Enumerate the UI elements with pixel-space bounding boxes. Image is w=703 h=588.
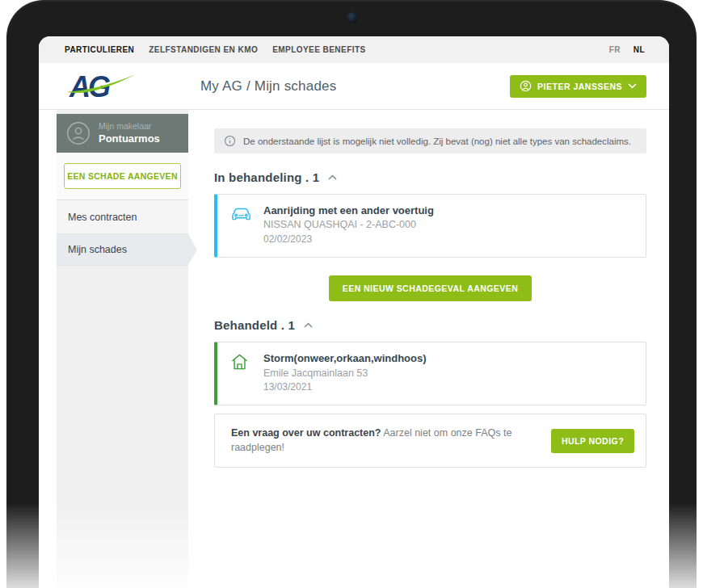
user-menu-button[interactable]: PIETER JANSSENS	[510, 75, 646, 98]
claim-date: 02/02/2023	[263, 233, 434, 246]
car-icon	[230, 204, 253, 246]
nav-item-particulieren[interactable]: PARTICULIEREN	[65, 45, 134, 54]
left-gutter	[39, 110, 57, 588]
report-claim-button[interactable]: EEN SCHADE AANGEVEN	[64, 163, 181, 189]
house-icon	[230, 351, 253, 394]
info-icon	[224, 135, 236, 147]
language-switch: FR NL	[609, 45, 645, 54]
report-button-wrap: EEN SCHADE AANGEVEN	[57, 153, 188, 200]
faq-question-bold: Een vraag over uw contracten?	[231, 427, 381, 439]
help-button[interactable]: HULP NODIG?	[551, 429, 634, 453]
claim-subtitle: Emile Jacqmainlaan 53	[263, 367, 427, 381]
segment-nav: PARTICULIEREN ZELFSTANDIGEN EN KMO EMPLO…	[39, 36, 669, 63]
chevron-up-icon	[328, 174, 337, 180]
user-name: PIETER JANSSENS	[537, 82, 622, 91]
faq-card: Een vraag over uw contracten? Aarzel nie…	[214, 414, 646, 468]
nav-item-zelfstandigen[interactable]: ZELFSTANDIGEN EN KMO	[149, 45, 258, 54]
claim-title: Aanrijding met een ander voertuig	[263, 204, 434, 218]
claim-card-handled[interactable]: Storm(onweer,orkaan,windhoos) Emile Jacq…	[214, 342, 646, 405]
page-title: My AG / Mijn schades	[200, 78, 336, 94]
nav-item-employee-benefits[interactable]: EMPLOYEE BENEFITS	[272, 45, 365, 54]
person-circle-icon	[520, 80, 532, 92]
app-screen: PARTICULIEREN ZELFSTANDIGEN EN KMO EMPLO…	[39, 36, 669, 588]
section-header-handled[interactable]: Behandeld . 1	[214, 318, 646, 332]
faq-text: Een vraag over uw contracten? Aarzel nie…	[231, 426, 538, 455]
sidebar-item-claims[interactable]: Mijn schades	[57, 234, 188, 266]
claim-card-in-progress[interactable]: Aanrijding met een ander voertuig NISSAN…	[214, 194, 646, 258]
section-title: Behandeld . 1	[214, 318, 295, 332]
sidebar-filler	[57, 266, 188, 588]
lang-nl[interactable]: NL	[634, 45, 645, 54]
notice-banner: De onderstaande lijst is mogelijk niet v…	[214, 128, 646, 153]
section-title: In behandeling . 1	[214, 170, 319, 184]
sidebar-item-contracts[interactable]: Mes contracten	[57, 200, 188, 234]
page-header: AG My AG / Mijn schades PIETER JANSSENS	[39, 63, 669, 110]
ag-logo[interactable]: AG	[68, 70, 137, 103]
broker-name: Pontuarmos	[99, 132, 160, 146]
new-claim-button[interactable]: EEN NIEUW SCHADEGEVAL AANGEVEN	[329, 275, 533, 301]
section-header-in-progress[interactable]: In behandeling . 1	[214, 170, 646, 184]
sidebar: Mijn makelaar Pontuarmos EEN SCHADE AANG…	[57, 110, 188, 588]
broker-avatar-icon	[66, 121, 91, 145]
chevron-up-icon	[304, 322, 313, 328]
broker-card: Mijn makelaar Pontuarmos	[57, 114, 188, 153]
claim-title: Storm(onweer,orkaan,windhoos)	[263, 351, 427, 366]
chevron-down-icon	[628, 83, 637, 89]
claim-date: 13/03/2021	[263, 380, 427, 394]
notice-text: De onderstaande lijst is mogelijk niet v…	[243, 136, 631, 146]
broker-caption: Mijn makelaar	[99, 120, 160, 132]
camera-dot	[347, 12, 358, 23]
claim-subtitle: NISSAN QUASHQAI - 2-ABC-000	[263, 218, 434, 233]
lang-fr[interactable]: FR	[609, 45, 621, 54]
main-content: De onderstaande lijst is mogelijk niet v…	[188, 110, 669, 588]
